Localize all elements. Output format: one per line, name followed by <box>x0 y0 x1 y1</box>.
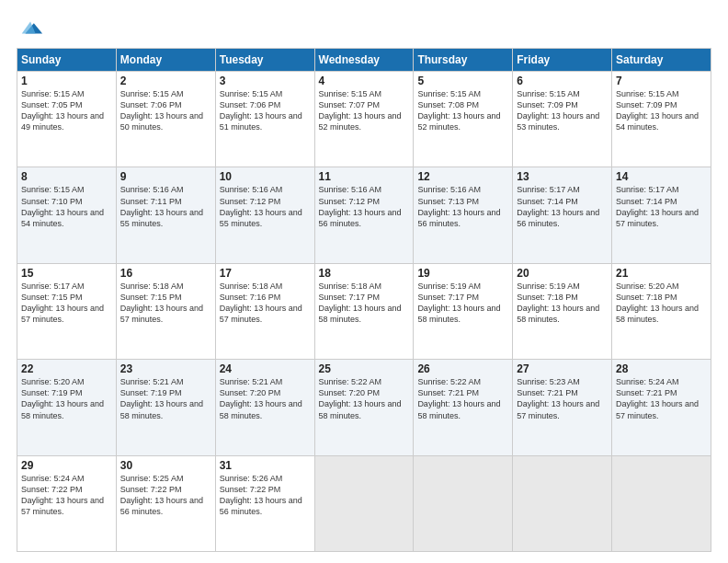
day-number: 11 <box>319 170 410 183</box>
day-number: 1 <box>21 75 112 87</box>
day-cell: 8Sunrise: 5:15 AMSunset: 7:10 PMDaylight… <box>17 167 117 263</box>
day-number: 4 <box>319 75 410 87</box>
day-content: Sunrise: 5:15 AMSunset: 7:09 PMDaylight:… <box>517 88 608 133</box>
day-number: 2 <box>120 75 211 87</box>
day-number: 9 <box>120 170 211 183</box>
week-row-3: 22Sunrise: 5:20 AMSunset: 7:19 PMDayligh… <box>17 360 711 455</box>
header-cell-sunday: Sunday <box>17 49 117 72</box>
day-cell <box>414 455 513 551</box>
day-cell: 11Sunrise: 5:16 AMSunset: 7:12 PMDayligh… <box>314 167 414 263</box>
day-content: Sunrise: 5:21 AMSunset: 7:19 PMDaylight:… <box>120 376 211 421</box>
day-number: 26 <box>417 362 508 375</box>
day-content: Sunrise: 5:16 AMSunset: 7:12 PMDaylight:… <box>220 184 311 229</box>
day-content: Sunrise: 5:20 AMSunset: 7:19 PMDaylight:… <box>21 376 112 421</box>
day-content: Sunrise: 5:15 AMSunset: 7:10 PMDaylight:… <box>21 184 112 229</box>
day-cell: 12Sunrise: 5:16 AMSunset: 7:13 PMDayligh… <box>414 167 513 263</box>
week-row-4: 29Sunrise: 5:24 AMSunset: 7:22 PMDayligh… <box>17 455 711 551</box>
day-cell: 29Sunrise: 5:24 AMSunset: 7:22 PMDayligh… <box>17 455 117 551</box>
day-cell: 15Sunrise: 5:17 AMSunset: 7:15 PMDayligh… <box>17 263 117 359</box>
day-cell <box>314 455 414 551</box>
day-cell: 17Sunrise: 5:18 AMSunset: 7:16 PMDayligh… <box>215 263 314 359</box>
day-number: 17 <box>220 267 311 280</box>
day-cell: 21Sunrise: 5:20 AMSunset: 7:18 PMDayligh… <box>612 263 711 359</box>
header-cell-thursday: Thursday <box>414 49 513 72</box>
day-cell: 31Sunrise: 5:26 AMSunset: 7:22 PMDayligh… <box>215 455 314 551</box>
day-content: Sunrise: 5:26 AMSunset: 7:22 PMDaylight:… <box>220 473 311 518</box>
day-cell: 25Sunrise: 5:22 AMSunset: 7:20 PMDayligh… <box>314 360 414 455</box>
day-cell <box>513 455 612 551</box>
day-cell: 22Sunrise: 5:20 AMSunset: 7:19 PMDayligh… <box>17 360 117 455</box>
day-number: 29 <box>21 459 112 472</box>
day-number: 25 <box>319 362 410 375</box>
day-number: 5 <box>417 75 508 87</box>
logo <box>17 18 44 40</box>
day-number: 20 <box>517 267 608 280</box>
header-cell-monday: Monday <box>116 49 215 72</box>
day-content: Sunrise: 5:20 AMSunset: 7:18 PMDaylight:… <box>616 281 707 326</box>
day-cell: 16Sunrise: 5:18 AMSunset: 7:15 PMDayligh… <box>116 263 215 359</box>
day-content: Sunrise: 5:17 AMSunset: 7:14 PMDaylight:… <box>616 184 707 229</box>
day-content: Sunrise: 5:22 AMSunset: 7:20 PMDaylight:… <box>319 376 410 421</box>
day-content: Sunrise: 5:15 AMSunset: 7:06 PMDaylight:… <box>220 88 311 133</box>
day-content: Sunrise: 5:18 AMSunset: 7:15 PMDaylight:… <box>120 281 211 326</box>
header-cell-tuesday: Tuesday <box>215 49 314 72</box>
day-content: Sunrise: 5:15 AMSunset: 7:06 PMDaylight:… <box>120 88 211 133</box>
day-cell: 19Sunrise: 5:19 AMSunset: 7:17 PMDayligh… <box>414 263 513 359</box>
day-cell: 7Sunrise: 5:15 AMSunset: 7:09 PMDaylight… <box>612 72 711 167</box>
day-content: Sunrise: 5:15 AMSunset: 7:09 PMDaylight:… <box>616 88 707 133</box>
day-content: Sunrise: 5:17 AMSunset: 7:15 PMDaylight:… <box>21 281 112 326</box>
day-cell: 18Sunrise: 5:18 AMSunset: 7:17 PMDayligh… <box>314 263 414 359</box>
day-number: 8 <box>21 170 112 183</box>
day-number: 6 <box>517 75 608 87</box>
day-content: Sunrise: 5:15 AMSunset: 7:05 PMDaylight:… <box>21 88 112 133</box>
day-number: 18 <box>319 267 410 280</box>
day-cell: 24Sunrise: 5:21 AMSunset: 7:20 PMDayligh… <box>215 360 314 455</box>
day-number: 27 <box>517 362 608 375</box>
day-cell: 1Sunrise: 5:15 AMSunset: 7:05 PMDaylight… <box>17 72 117 167</box>
day-content: Sunrise: 5:18 AMSunset: 7:16 PMDaylight:… <box>220 281 311 326</box>
day-cell: 27Sunrise: 5:23 AMSunset: 7:21 PMDayligh… <box>513 360 612 455</box>
day-content: Sunrise: 5:19 AMSunset: 7:17 PMDaylight:… <box>417 281 508 326</box>
day-content: Sunrise: 5:19 AMSunset: 7:18 PMDaylight:… <box>517 281 608 326</box>
day-cell: 28Sunrise: 5:24 AMSunset: 7:21 PMDayligh… <box>612 360 711 455</box>
header-cell-saturday: Saturday <box>612 49 711 72</box>
day-cell: 6Sunrise: 5:15 AMSunset: 7:09 PMDaylight… <box>513 72 612 167</box>
day-cell: 3Sunrise: 5:15 AMSunset: 7:06 PMDaylight… <box>215 72 314 167</box>
day-content: Sunrise: 5:15 AMSunset: 7:07 PMDaylight:… <box>319 88 410 133</box>
day-number: 15 <box>21 267 112 280</box>
day-cell: 20Sunrise: 5:19 AMSunset: 7:18 PMDayligh… <box>513 263 612 359</box>
day-number: 7 <box>616 75 707 87</box>
logo-icon <box>18 15 44 40</box>
day-number: 10 <box>220 170 311 183</box>
page: SundayMondayTuesdayWednesdayThursdayFrid… <box>0 0 728 563</box>
day-number: 12 <box>417 170 508 183</box>
day-content: Sunrise: 5:16 AMSunset: 7:12 PMDaylight:… <box>319 184 410 229</box>
day-content: Sunrise: 5:24 AMSunset: 7:22 PMDaylight:… <box>21 473 112 518</box>
day-content: Sunrise: 5:18 AMSunset: 7:17 PMDaylight:… <box>319 281 410 326</box>
day-cell <box>612 455 711 551</box>
day-cell: 2Sunrise: 5:15 AMSunset: 7:06 PMDaylight… <box>116 72 215 167</box>
day-number: 13 <box>517 170 608 183</box>
day-content: Sunrise: 5:24 AMSunset: 7:21 PMDaylight:… <box>616 376 707 421</box>
header-cell-friday: Friday <box>513 49 612 72</box>
week-row-2: 15Sunrise: 5:17 AMSunset: 7:15 PMDayligh… <box>17 263 711 359</box>
day-content: Sunrise: 5:15 AMSunset: 7:08 PMDaylight:… <box>417 88 508 133</box>
day-content: Sunrise: 5:16 AMSunset: 7:11 PMDaylight:… <box>120 184 211 229</box>
header-cell-wednesday: Wednesday <box>314 49 414 72</box>
day-number: 14 <box>616 170 707 183</box>
week-row-0: 1Sunrise: 5:15 AMSunset: 7:05 PMDaylight… <box>17 72 711 167</box>
day-cell: 13Sunrise: 5:17 AMSunset: 7:14 PMDayligh… <box>513 167 612 263</box>
day-content: Sunrise: 5:16 AMSunset: 7:13 PMDaylight:… <box>417 184 508 229</box>
day-number: 30 <box>120 459 211 472</box>
day-number: 19 <box>417 267 508 280</box>
day-cell: 10Sunrise: 5:16 AMSunset: 7:12 PMDayligh… <box>215 167 314 263</box>
day-content: Sunrise: 5:25 AMSunset: 7:22 PMDaylight:… <box>120 473 211 518</box>
day-number: 24 <box>220 362 311 375</box>
day-cell: 5Sunrise: 5:15 AMSunset: 7:08 PMDaylight… <box>414 72 513 167</box>
day-content: Sunrise: 5:17 AMSunset: 7:14 PMDaylight:… <box>517 184 608 229</box>
day-number: 3 <box>220 75 311 87</box>
day-cell: 30Sunrise: 5:25 AMSunset: 7:22 PMDayligh… <box>116 455 215 551</box>
day-content: Sunrise: 5:23 AMSunset: 7:21 PMDaylight:… <box>517 376 608 421</box>
day-cell: 23Sunrise: 5:21 AMSunset: 7:19 PMDayligh… <box>116 360 215 455</box>
calendar-table: SundayMondayTuesdayWednesdayThursdayFrid… <box>17 48 711 552</box>
